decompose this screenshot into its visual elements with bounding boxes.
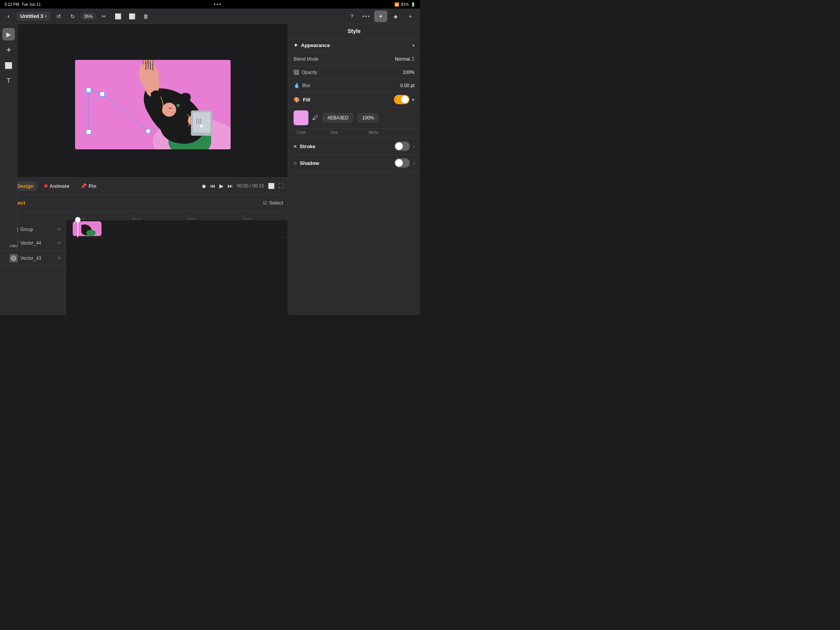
style-panel-tab[interactable]: ✦ — [374, 10, 387, 22]
shadow-toggle-knob — [395, 159, 403, 167]
blend-mode-stepper-icon: ▲▼ — [411, 56, 415, 62]
stroke-label-group: ≡ Stroke — [294, 144, 315, 149]
back-button[interactable]: ‹ — [3, 11, 14, 22]
appearance-icon: ✦ — [294, 42, 298, 48]
left-toolbar: ▶ ✈ ⬜ T — [0, 24, 18, 245]
time-counter: 00:00 / 00:15 — [237, 183, 264, 189]
canvas-frame — [75, 60, 231, 149]
frame-tool[interactable]: ⬜ — [2, 59, 15, 72]
alpha-input[interactable] — [357, 113, 379, 123]
playback-controls: ◆ ⏮ ▶ ⏭ 00:00 / 00:15 ⬜ ⛶ — [202, 183, 284, 189]
vector44-name: Vector_44 — [20, 240, 41, 246]
fullscreen-button[interactable]: ⛶ — [278, 183, 284, 189]
select-button[interactable]: ☑ Select — [263, 200, 283, 206]
playhead-marker — [75, 217, 80, 222]
canvas-area[interactable] — [18, 24, 288, 185]
stroke-expand-icon[interactable]: › — [413, 144, 415, 149]
eyedropper-icon[interactable]: 🖊 — [312, 114, 318, 121]
hex-label: Hex — [318, 130, 350, 135]
fill-toggle[interactable] — [394, 95, 410, 104]
time-display: 6:22 PM — [5, 2, 19, 7]
text-tool[interactable]: T — [2, 75, 15, 87]
shadow-section-header: ○ Shadow › — [288, 155, 420, 172]
timeline-ruler: 00:00 00:02 00:04 00:06 — [66, 212, 288, 220]
keyframe-button[interactable]: ◆ — [202, 183, 206, 189]
blur-value[interactable]: 0.00 pt — [400, 83, 415, 88]
text-icon: T — [7, 77, 10, 84]
svg-point-13 — [200, 124, 203, 128]
select-checkbox-icon: ☑ — [263, 200, 267, 206]
blur-row: 💧 Blur 0.00 pt — [288, 79, 420, 92]
zoom-indicator[interactable]: 35% — [81, 13, 96, 20]
select-icon: ▶ — [6, 31, 11, 38]
add-panel-tab[interactable]: + — [404, 10, 417, 22]
hex-color-input[interactable] — [322, 113, 354, 123]
style-panel-header: Style — [288, 24, 420, 38]
document-title-text: Untitled 3 — [20, 13, 43, 19]
move-tool[interactable]: ✈ — [2, 44, 15, 56]
help-button[interactable]: ? — [346, 10, 358, 22]
fill-expand-chevron-icon[interactable]: ▾ — [412, 97, 415, 103]
fast-forward-button[interactable]: ⏭ — [228, 183, 233, 189]
cut-button[interactable]: ✂ — [98, 10, 110, 22]
timeline-content[interactable] — [66, 220, 288, 237]
notch-area — [214, 4, 221, 5]
fill-toggle-group: ▾ — [394, 95, 415, 104]
battery-display: 81% — [401, 2, 409, 7]
more-button[interactable] — [360, 10, 372, 22]
opacity-label-group: Opacity — [294, 70, 317, 75]
ruler-mark-4: 00:04 — [188, 215, 188, 220]
playhead[interactable] — [77, 220, 78, 237]
fill-toggle-knob — [401, 96, 409, 103]
svg-point-8 — [162, 103, 176, 117]
redo-button[interactable]: ↻ — [67, 10, 79, 22]
stroke-toggle[interactable] — [394, 142, 410, 151]
opacity-value[interactable]: 100% — [402, 70, 415, 75]
document-title-button[interactable]: Untitled 3 ▾ — [16, 12, 51, 21]
blur-icon: 💧 — [294, 82, 300, 88]
fill-label: Fill — [303, 97, 310, 103]
timeline-track-row[interactable] — [66, 220, 288, 237]
svg-point-9 — [177, 104, 180, 107]
delete-button[interactable]: 🗑 — [140, 10, 152, 22]
undo-button[interactable]: ↺ — [53, 10, 65, 22]
appearance-chevron-icon[interactable]: ▾ — [412, 43, 415, 48]
blend-mode-value-group[interactable]: Normal ▲▼ — [395, 56, 415, 62]
opacity-icon — [294, 70, 299, 75]
stroke-controls: › — [394, 142, 415, 151]
pin-icon: 📌 — [80, 183, 87, 189]
layer-thumbnail-vector43 — [9, 254, 18, 262]
color-swatch[interactable] — [294, 110, 308, 125]
shadow-toggle[interactable] — [394, 158, 410, 168]
group-layer-name: Group — [20, 227, 33, 232]
aspect-ratio-button[interactable]: ⬜ — [268, 183, 275, 189]
move-icon: ✈ — [6, 46, 11, 54]
animate-panel-tab[interactable]: ◈ — [389, 10, 402, 22]
shadow-controls: › — [394, 158, 415, 168]
pin-tab[interactable]: 📌 Pin — [76, 181, 101, 191]
design-tab-label: Design — [17, 183, 33, 189]
appearance-section-header[interactable]: ✦ Appearance ▾ — [288, 38, 420, 52]
opacity-label: Opacity — [301, 70, 317, 75]
paste-button[interactable]: ⬜ — [126, 10, 138, 22]
wifi-icon: 📶 — [394, 2, 399, 7]
frame-icon: ⬜ — [5, 62, 12, 69]
panel-tab-group: ✦ ◈ + — [374, 10, 417, 22]
list-item[interactable]: Vector_43 👁 — [0, 251, 66, 266]
pin-tab-label: Pin — [89, 183, 96, 189]
alpha-label: Alpha — [363, 130, 384, 135]
select-tool[interactable]: ▶ — [2, 28, 15, 40]
vector44-visibility-icon[interactable]: 👁 — [57, 240, 62, 246]
svg-point-25 — [86, 230, 96, 236]
animate-tab[interactable]: Animate — [40, 181, 74, 191]
fill-section-header: 🎨 Fill ▾ — [288, 92, 420, 107]
shadow-expand-icon[interactable]: › — [413, 160, 415, 166]
copy-button[interactable]: ⬜ — [112, 10, 124, 22]
stroke-lines-icon: ≡ — [294, 144, 297, 149]
vector43-visibility-icon[interactable]: 👁 — [57, 256, 62, 261]
play-button[interactable]: ▶ — [219, 183, 224, 189]
rewind-button[interactable]: ⏮ — [210, 183, 215, 189]
project-bar: ‹ Project ☑ Select — [0, 194, 288, 212]
battery-icon: 🔋 — [411, 2, 415, 7]
layer-visibility-icon[interactable]: 👁 — [57, 227, 62, 232]
